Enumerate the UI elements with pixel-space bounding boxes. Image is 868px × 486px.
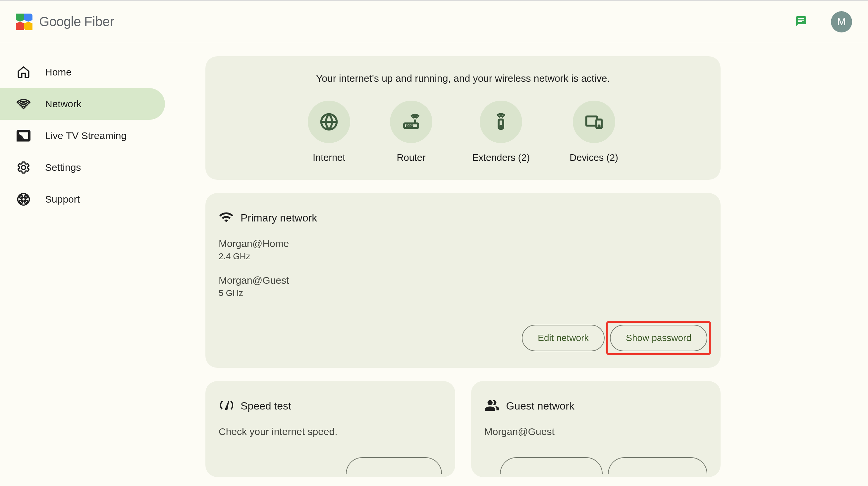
status-label: Router — [397, 152, 426, 163]
speed-test-description: Check your internet speed. — [219, 426, 442, 438]
speed-test-button-partial[interactable] — [346, 457, 442, 474]
network-name: Morgan@Home — [219, 238, 707, 249]
primary-network-title: Primary network — [241, 212, 317, 224]
status-label: Internet — [313, 152, 345, 163]
avatar-initial: M — [837, 15, 846, 28]
devices-icon — [573, 101, 615, 143]
status-label: Extenders (2) — [472, 152, 530, 163]
speed-test-card: Speed test Check your internet speed. — [206, 381, 455, 477]
svg-point-4 — [409, 126, 410, 126]
logo-fiber-text: Fiber — [84, 14, 114, 29]
sidebar-item-label: Network — [45, 98, 82, 109]
wifi-icon — [16, 96, 31, 111]
chat-icon[interactable] — [795, 15, 807, 29]
sidebar-item-home[interactable]: Home — [0, 56, 165, 88]
sidebar-item-label: Home — [45, 67, 71, 78]
network-band: 5 GHz — [219, 288, 707, 298]
support-icon — [16, 192, 31, 207]
svg-point-3 — [407, 126, 407, 126]
header: Google Fiber M — [0, 1, 868, 43]
home-icon — [16, 65, 31, 80]
logo-google-text: Google — [39, 14, 81, 29]
guest-network-title: Guest network — [506, 400, 575, 412]
avatar[interactable]: M — [831, 11, 852, 32]
highlight-annotation: Show password — [606, 321, 711, 355]
edit-network-button[interactable]: Edit network — [522, 325, 604, 351]
svg-point-11 — [598, 126, 600, 127]
status-router[interactable]: Router — [390, 101, 432, 163]
network-entry: Morgan@Guest 5 GHz — [219, 275, 707, 298]
extender-icon — [480, 101, 522, 143]
network-entry: Morgan@Home 2.4 GHz — [219, 238, 707, 262]
speed-test-title: Speed test — [241, 400, 291, 412]
status-label: Devices (2) — [569, 152, 618, 163]
guest-button-2-partial[interactable] — [608, 457, 707, 474]
speed-icon — [219, 398, 234, 414]
main-content: Your internet's up and running, and your… — [182, 43, 868, 486]
guest-network-name: Morgan@Guest — [484, 426, 708, 438]
sidebar-item-settings[interactable]: Settings — [0, 152, 165, 184]
sidebar-item-label: Support — [45, 194, 80, 205]
sidebar-item-support[interactable]: Support — [0, 184, 165, 215]
network-name: Morgan@Guest — [219, 275, 707, 286]
sidebar-item-live-tv[interactable]: Live TV Streaming — [0, 120, 165, 152]
router-icon — [390, 101, 432, 143]
guest-button-1-partial[interactable] — [500, 457, 602, 474]
sidebar-item-label: Live TV Streaming — [45, 130, 127, 141]
globe-icon — [308, 101, 350, 143]
cast-icon — [16, 128, 31, 143]
status-devices[interactable]: Devices (2) — [569, 101, 618, 163]
network-band: 2.4 GHz — [219, 251, 707, 262]
logo-area[interactable]: Google Fiber — [16, 13, 114, 30]
status-internet[interactable]: Internet — [308, 101, 350, 163]
status-message: Your internet's up and running, and your… — [219, 73, 707, 84]
show-password-button[interactable]: Show password — [610, 325, 707, 351]
sidebar: Home Network Live TV Streaming Settings — [0, 43, 182, 486]
status-extenders[interactable]: Extenders (2) — [472, 101, 530, 163]
gear-icon — [16, 160, 31, 175]
fiber-logo-icon — [16, 13, 32, 30]
sidebar-item-label: Settings — [45, 162, 81, 173]
primary-network-card: Primary network Morgan@Home 2.4 GHz Morg… — [206, 193, 720, 368]
svg-point-8 — [500, 126, 502, 127]
group-icon — [484, 398, 500, 414]
svg-point-5 — [411, 126, 412, 126]
status-card: Your internet's up and running, and your… — [206, 56, 720, 180]
guest-network-card: Guest network Morgan@Guest — [471, 381, 721, 477]
sidebar-item-network[interactable]: Network — [0, 88, 165, 120]
logo-text: Google Fiber — [39, 14, 114, 29]
wifi-icon — [219, 209, 234, 226]
